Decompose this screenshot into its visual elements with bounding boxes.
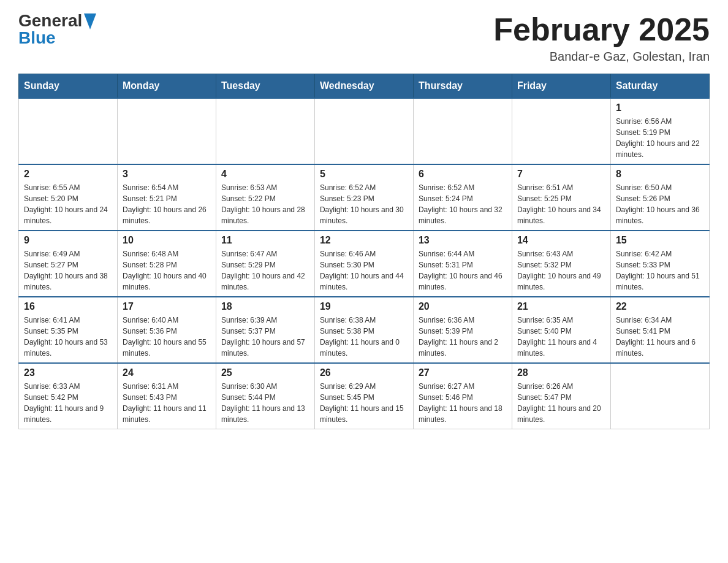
- day-number: 15: [616, 235, 704, 246]
- page-header: General Blue February 2025 Bandar-e Gaz,…: [18, 12, 710, 64]
- day-number: 13: [419, 235, 507, 246]
- day-info: Sunrise: 6:46 AM Sunset: 5:30 PM Dayligh…: [320, 248, 408, 293]
- calendar-day-cell: [117, 98, 216, 164]
- calendar-header-row: SundayMondayTuesdayWednesdayThursdayFrid…: [19, 74, 710, 99]
- calendar-day-cell: 16Sunrise: 6:41 AM Sunset: 5:35 PM Dayli…: [19, 297, 118, 363]
- day-info: Sunrise: 6:33 AM Sunset: 5:42 PM Dayligh…: [24, 381, 112, 425]
- calendar-day-cell: 2Sunrise: 6:55 AM Sunset: 5:20 PM Daylig…: [19, 164, 118, 231]
- calendar-day-cell: [314, 98, 413, 164]
- calendar-day-cell: 13Sunrise: 6:44 AM Sunset: 5:31 PM Dayli…: [413, 231, 512, 297]
- day-info: Sunrise: 6:36 AM Sunset: 5:39 PM Dayligh…: [419, 315, 507, 359]
- logo-arrow-icon: [84, 13, 96, 29]
- calendar-day-cell: 8Sunrise: 6:50 AM Sunset: 5:26 PM Daylig…: [610, 164, 709, 231]
- day-number: 28: [517, 367, 605, 378]
- calendar-day-cell: [216, 98, 314, 164]
- day-number: 5: [320, 169, 408, 180]
- calendar-day-cell: 9Sunrise: 6:49 AM Sunset: 5:27 PM Daylig…: [19, 231, 118, 297]
- calendar-day-cell: 21Sunrise: 6:35 AM Sunset: 5:40 PM Dayli…: [512, 297, 610, 363]
- day-of-week-header: Sunday: [19, 74, 118, 99]
- calendar-title: February 2025: [493, 12, 710, 47]
- calendar-day-cell: 6Sunrise: 6:52 AM Sunset: 5:24 PM Daylig…: [413, 164, 512, 231]
- calendar-day-cell: 5Sunrise: 6:52 AM Sunset: 5:23 PM Daylig…: [314, 164, 413, 231]
- day-number: 26: [320, 367, 408, 378]
- title-area: February 2025 Bandar-e Gaz, Golestan, Ir…: [493, 12, 710, 64]
- logo-blue-text: Blue: [18, 29, 96, 47]
- calendar-day-cell: 19Sunrise: 6:38 AM Sunset: 5:38 PM Dayli…: [314, 297, 413, 363]
- day-number: 21: [517, 301, 605, 312]
- day-info: Sunrise: 6:48 AM Sunset: 5:28 PM Dayligh…: [123, 248, 211, 293]
- calendar-day-cell: 7Sunrise: 6:51 AM Sunset: 5:25 PM Daylig…: [512, 164, 610, 231]
- calendar-week-row: 1Sunrise: 6:56 AM Sunset: 5:19 PM Daylig…: [19, 98, 710, 164]
- calendar-day-cell: 1Sunrise: 6:56 AM Sunset: 5:19 PM Daylig…: [610, 98, 709, 164]
- day-number: 11: [221, 235, 309, 246]
- calendar-day-cell: 28Sunrise: 6:26 AM Sunset: 5:47 PM Dayli…: [512, 363, 610, 429]
- day-number: 16: [24, 301, 112, 312]
- svg-marker-0: [84, 13, 96, 29]
- day-of-week-header: Thursday: [413, 74, 512, 99]
- day-info: Sunrise: 6:34 AM Sunset: 5:41 PM Dayligh…: [616, 315, 704, 359]
- calendar-day-cell: 14Sunrise: 6:43 AM Sunset: 5:32 PM Dayli…: [512, 231, 610, 297]
- calendar-day-cell: 23Sunrise: 6:33 AM Sunset: 5:42 PM Dayli…: [19, 363, 118, 429]
- day-info: Sunrise: 6:44 AM Sunset: 5:31 PM Dayligh…: [419, 248, 507, 293]
- day-info: Sunrise: 6:51 AM Sunset: 5:25 PM Dayligh…: [517, 182, 605, 226]
- day-of-week-header: Friday: [512, 74, 610, 99]
- day-number: 12: [320, 235, 408, 246]
- calendar-subtitle: Bandar-e Gaz, Golestan, Iran: [493, 50, 710, 64]
- calendar-day-cell: 22Sunrise: 6:34 AM Sunset: 5:41 PM Dayli…: [610, 297, 709, 363]
- day-info: Sunrise: 6:55 AM Sunset: 5:20 PM Dayligh…: [24, 182, 112, 226]
- day-of-week-header: Monday: [117, 74, 216, 99]
- calendar-day-cell: 26Sunrise: 6:29 AM Sunset: 5:45 PM Dayli…: [314, 363, 413, 429]
- day-number: 6: [419, 169, 507, 180]
- day-number: 7: [517, 169, 605, 180]
- day-number: 17: [123, 301, 211, 312]
- day-info: Sunrise: 6:41 AM Sunset: 5:35 PM Dayligh…: [24, 315, 112, 359]
- day-info: Sunrise: 6:52 AM Sunset: 5:23 PM Dayligh…: [320, 182, 408, 226]
- day-number: 8: [616, 169, 704, 180]
- calendar-week-row: 9Sunrise: 6:49 AM Sunset: 5:27 PM Daylig…: [19, 231, 710, 297]
- day-number: 18: [221, 301, 309, 312]
- day-info: Sunrise: 6:47 AM Sunset: 5:29 PM Dayligh…: [221, 248, 309, 293]
- day-number: 23: [24, 367, 112, 378]
- day-number: 22: [616, 301, 704, 312]
- day-info: Sunrise: 6:27 AM Sunset: 5:46 PM Dayligh…: [419, 381, 507, 425]
- calendar-day-cell: 20Sunrise: 6:36 AM Sunset: 5:39 PM Dayli…: [413, 297, 512, 363]
- day-number: 9: [24, 235, 112, 246]
- day-info: Sunrise: 6:38 AM Sunset: 5:38 PM Dayligh…: [320, 315, 408, 359]
- calendar-day-cell: [19, 98, 118, 164]
- day-number: 4: [221, 169, 309, 180]
- calendar-day-cell: [413, 98, 512, 164]
- calendar-day-cell: [512, 98, 610, 164]
- calendar-day-cell: [610, 363, 709, 429]
- calendar-day-cell: 25Sunrise: 6:30 AM Sunset: 5:44 PM Dayli…: [216, 363, 314, 429]
- day-info: Sunrise: 6:50 AM Sunset: 5:26 PM Dayligh…: [616, 182, 704, 226]
- day-number: 3: [123, 169, 211, 180]
- logo-general-text: General: [18, 12, 82, 29]
- day-of-week-header: Tuesday: [216, 74, 314, 99]
- day-info: Sunrise: 6:56 AM Sunset: 5:19 PM Dayligh…: [616, 116, 704, 160]
- day-info: Sunrise: 6:30 AM Sunset: 5:44 PM Dayligh…: [221, 381, 309, 425]
- day-info: Sunrise: 6:40 AM Sunset: 5:36 PM Dayligh…: [123, 315, 211, 359]
- day-number: 20: [419, 301, 507, 312]
- calendar-day-cell: 24Sunrise: 6:31 AM Sunset: 5:43 PM Dayli…: [117, 363, 216, 429]
- day-number: 24: [123, 367, 211, 378]
- day-number: 1: [616, 102, 704, 113]
- calendar-week-row: 16Sunrise: 6:41 AM Sunset: 5:35 PM Dayli…: [19, 297, 710, 363]
- day-of-week-header: Saturday: [610, 74, 709, 99]
- day-info: Sunrise: 6:42 AM Sunset: 5:33 PM Dayligh…: [616, 248, 704, 293]
- day-number: 2: [24, 169, 112, 180]
- day-number: 27: [419, 367, 507, 378]
- calendar-day-cell: 10Sunrise: 6:48 AM Sunset: 5:28 PM Dayli…: [117, 231, 216, 297]
- logo: General Blue: [18, 12, 96, 47]
- day-info: Sunrise: 6:49 AM Sunset: 5:27 PM Dayligh…: [24, 248, 112, 293]
- calendar-week-row: 2Sunrise: 6:55 AM Sunset: 5:20 PM Daylig…: [19, 164, 710, 231]
- calendar-day-cell: 17Sunrise: 6:40 AM Sunset: 5:36 PM Dayli…: [117, 297, 216, 363]
- calendar-day-cell: 4Sunrise: 6:53 AM Sunset: 5:22 PM Daylig…: [216, 164, 314, 231]
- day-info: Sunrise: 6:53 AM Sunset: 5:22 PM Dayligh…: [221, 182, 309, 226]
- day-number: 25: [221, 367, 309, 378]
- calendar-day-cell: 11Sunrise: 6:47 AM Sunset: 5:29 PM Dayli…: [216, 231, 314, 297]
- calendar-day-cell: 12Sunrise: 6:46 AM Sunset: 5:30 PM Dayli…: [314, 231, 413, 297]
- calendar-table: SundayMondayTuesdayWednesdayThursdayFrid…: [18, 74, 710, 429]
- day-of-week-header: Wednesday: [314, 74, 413, 99]
- calendar-day-cell: 3Sunrise: 6:54 AM Sunset: 5:21 PM Daylig…: [117, 164, 216, 231]
- day-number: 14: [517, 235, 605, 246]
